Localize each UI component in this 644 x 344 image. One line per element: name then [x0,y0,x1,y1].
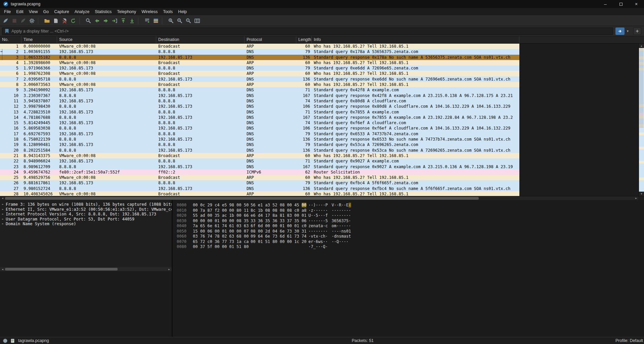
menu-telephony[interactable]: Telephony [114,9,139,15]
apply-filter-button[interactable] [615,28,625,35]
save-file-button[interactable] [51,16,60,25]
packet-row-9[interactable]: 93.204190092192.168.85.1738.8.8.8DNS71St… [0,87,519,93]
detail-line[interactable]: ►User Datagram Protocol, Src Port: 53, D… [0,217,172,222]
packet-row-28[interactable]: 2810.408345026VMware_c0:00:08BroadcastAR… [0,191,519,196]
go-back-button[interactable] [93,16,101,25]
hex-dump-row[interactable]: 007065 72 c0 36 77 73 1a ca00 01 51 80 0… [177,239,644,245]
reload-file-button[interactable] [69,16,78,25]
hex-dump-row[interactable]: 00407a 65 6e 61 74 61 03 636f 6d 00 00 0… [177,224,644,229]
details-hscrollbar-thumb[interactable] [5,268,118,271]
packet-row-27[interactable]: 279.9801527248.8.8.8192.168.85.173DNS136… [0,186,519,191]
packet-list-vscrollbar[interactable]: ▲ ▼ [639,44,644,196]
status-profile[interactable]: Profile: Default [615,338,643,343]
packet-row-23[interactable]: 238.9896127098.8.8.8192.168.85.173DNS167… [0,164,519,169]
capture-comment-icon[interactable] [10,338,15,343]
filter-bookmark-icon[interactable] [5,29,9,34]
hex-dump-row[interactable]: 005015 00 06 00 01 00 00 0708 00 2d 04 6… [177,229,644,234]
vscrollbar-thumb[interactable] [639,48,644,128]
menu-file[interactable]: File [1,9,13,15]
hscrollbar-thumb[interactable] [5,197,479,200]
packet-row-18[interactable]: 186.7580221398.8.8.8192.168.85.173DNS136… [0,137,519,142]
stop-capture-button[interactable] [10,16,19,25]
detail-line[interactable]: ►Frame 3: 136 bytes on wire (1088 bits),… [0,202,172,207]
go-forward-button[interactable] [101,16,110,25]
minimize-button[interactable]: – [598,0,613,8]
zoom-out-button[interactable] [175,16,184,25]
maximize-button[interactable] [613,0,629,8]
zoom-original-button[interactable] [184,16,193,25]
packet-row-2[interactable]: →21.003691155192.168.85.1738.8.8.8DNS79S… [0,49,519,54]
expand-caret-icon[interactable]: ► [0,202,6,207]
packet-row-22[interactable]: 228.948906024192.168.85.1738.8.8.8DNS71S… [0,158,519,164]
menu-help[interactable]: Help [175,9,189,15]
column-header-src[interactable]: Source [57,36,156,43]
hex-dump-row[interactable]: 006003 76 74 78 02 63 68 0009 64 6e 73 6… [177,234,644,239]
packet-row-13[interactable]: 134.728823510192.168.85.1738.8.8.8DNS71S… [0,109,519,115]
column-header-len[interactable]: Length [296,36,312,43]
packet-row-21[interactable]: 218.943143375VMware_c0:00:08BroadcastARP… [0,153,519,158]
packet-row-8[interactable]: 83.006073563VMware_c0:00:08BroadcastARP6… [0,82,519,87]
start-capture-button[interactable] [1,16,10,25]
close-button[interactable]: × [629,0,644,8]
packet-list-hscrollbar[interactable]: ◄ ► [0,196,644,200]
menu-analyze[interactable]: Analyze [72,9,92,15]
scroll-up-icon[interactable]: ▲ [639,44,644,48]
menu-statistics[interactable]: Statistics [92,9,114,15]
expand-caret-icon[interactable]: ► [0,217,6,222]
menu-edit[interactable]: Edit [13,9,26,15]
auto-scroll-button[interactable] [143,16,152,25]
packet-row-16[interactable]: 165.8695830388.8.8.8192.168.85.173DNS106… [0,126,519,131]
packet-row-5[interactable]: 51.971966366192.168.85.1738.8.8.8DNS79St… [0,65,519,71]
packet-row-6[interactable]: 61.998762308VMware_c0:00:08BroadcastARP6… [0,71,519,76]
filter-dropdown-icon[interactable]: ▼ [625,30,631,33]
packet-row-15[interactable]: 155.814249445192.168.85.1738.8.8.8DNS74S… [0,120,519,126]
details-scroll-right-icon[interactable]: ► [167,268,172,271]
menu-go[interactable]: Go [41,9,52,15]
hex-dump-row[interactable]: 008000 37 5f 00 00 01 51 80·7_···Q· [177,244,644,250]
packet-row-1[interactable]: 10.000000000VMware_c0:00:08BroadcastARP6… [0,44,519,49]
column-header-proto[interactable]: Protocol [245,36,296,43]
close-file-button[interactable] [60,16,69,25]
colorize-packets-button[interactable] [152,16,160,25]
expand-caret-icon[interactable]: ► [0,207,6,212]
detail-line[interactable]: ►Internet Protocol Version 4, Src: 8.8.8… [0,212,172,217]
hex-dump-row[interactable]: 000000 0c 29 c4 e5 98 00 5056 e1 a3 52 0… [177,203,644,208]
packet-row-3[interactable]: 31.0653351828.8.8.8192.168.85.173DNS136S… [0,55,519,60]
packet-row-19[interactable]: 198.128090481192.168.85.1738.8.8.8DNS79S… [0,142,519,147]
scroll-down-icon[interactable]: ▼ [639,192,644,196]
scroll-left-icon[interactable]: ◄ [0,197,5,199]
hex-dump-row[interactable]: 002055 ad 00 35 ac 1b 00 66e6 d4 17 8a 8… [177,213,644,218]
open-file-button[interactable] [43,16,51,25]
add-filter-button[interactable]: + [633,28,641,35]
packet-row-12[interactable]: 123.9987984308.8.8.8192.168.85.173DNS106… [0,104,519,109]
detail-line[interactable]: ►Ethernet II, Src: VMware_e1:a3:52 (00:5… [0,207,172,212]
column-header-info[interactable]: Info [312,36,519,43]
packet-row-10[interactable]: 103.2303073678.8.8.8192.168.85.173DNS167… [0,93,519,98]
go-to-packet-button[interactable] [110,16,119,25]
menu-view[interactable]: View [26,9,41,15]
menu-wireless[interactable]: Wireless [139,9,160,15]
column-header-time[interactable]: Time [22,36,57,43]
packet-row-24[interactable]: 249.459674762fe80::2cef:15e1:50a7:552fff… [0,169,519,175]
zoom-in-button[interactable] [167,16,175,25]
find-packet-button[interactable] [84,16,93,25]
resize-columns-button[interactable] [193,16,202,25]
packet-row-4[interactable]: 41.392898600VMware_c0:00:08BroadcastARP6… [0,60,519,65]
packet-row-20[interactable]: 208.2022515848.8.8.8192.168.85.173DNS136… [0,148,519,153]
capture-options-button[interactable] [28,16,36,25]
details-hscrollbar[interactable]: ◄ ► [0,267,172,271]
hex-dump-row[interactable]: 001000 7a 87 f2 00 00 80 118c 1b 08 08 0… [177,208,644,213]
packet-row-7[interactable]: 72.0395057188.8.8.8192.168.85.173DNS136S… [0,77,519,82]
display-filter-input[interactable]: Apply a display filter ... <Ctrl-/> [2,28,613,35]
packet-row-25[interactable]: 259.498529756VMware_c0:00:08BroadcastARP… [0,175,519,180]
packet-row-17[interactable]: 176.692767593192.168.85.1738.8.8.8DNS79S… [0,131,519,137]
column-header-no[interactable]: No. [0,36,22,43]
menu-tools[interactable]: Tools [160,9,175,15]
detail-line[interactable]: ►Domain Name System (response) [0,222,172,227]
go-first-packet-button[interactable] [119,16,128,25]
expand-caret-icon[interactable]: ► [0,222,6,227]
go-last-packet-button[interactable] [128,16,136,25]
restart-capture-button[interactable] [19,16,28,25]
expert-info-icon[interactable] [3,339,7,343]
packet-row-14[interactable]: 144.7818676888.8.8.8192.168.85.173DNS167… [0,115,519,120]
